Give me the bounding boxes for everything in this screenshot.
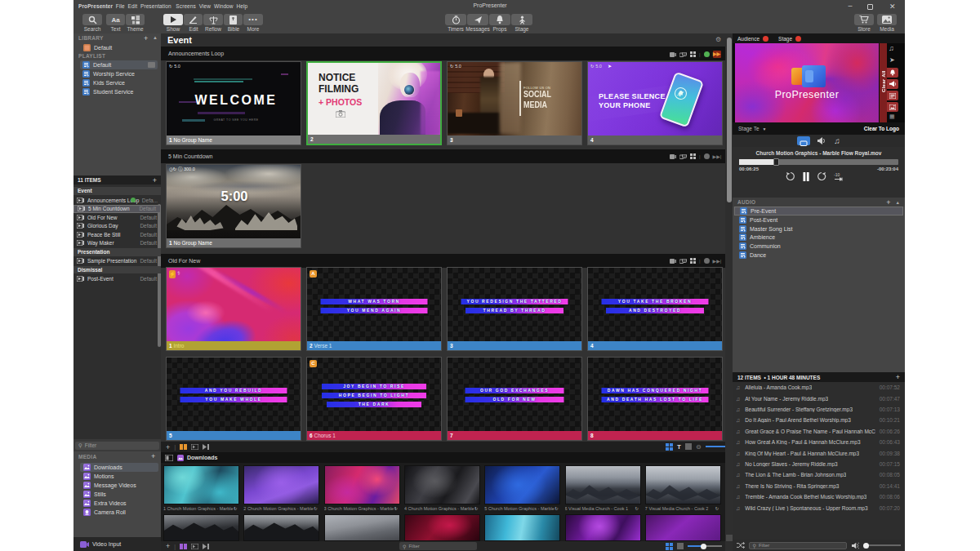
svg-text:-10: -10 bbox=[834, 172, 840, 177]
